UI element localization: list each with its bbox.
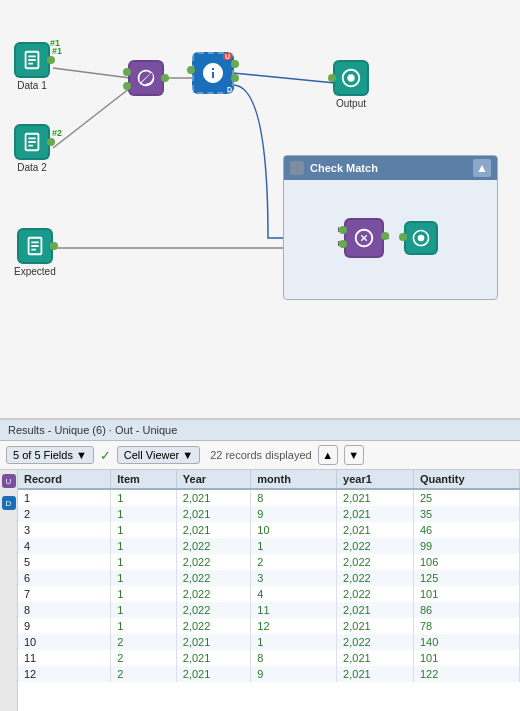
table-cell: 2,021 xyxy=(176,522,251,538)
viewer-dropdown-btn[interactable]: Cell Viewer ▼ xyxy=(117,446,200,464)
table-cell: 9 xyxy=(18,618,111,634)
table-cell: 2 xyxy=(111,650,177,666)
union-input2-port xyxy=(123,82,131,90)
table-cell: 140 xyxy=(413,634,519,650)
union-input1-port xyxy=(123,68,131,76)
check-match-title: Check Match xyxy=(310,162,378,174)
check-match-inner: L R R xyxy=(284,180,497,295)
check-inner-node[interactable]: L R R xyxy=(344,218,384,258)
table-row: 112,02182,02125 xyxy=(18,489,520,506)
data2-label: Data 2 xyxy=(17,162,46,173)
col-year1: year1 xyxy=(337,470,414,489)
table-header-row: Record Item Year month year1 Quantity xyxy=(18,470,520,489)
results-tab: Results - Unique (6) · Out - Unique xyxy=(0,420,520,441)
node-data2[interactable]: Data 2 xyxy=(14,124,50,173)
table-cell: 6 xyxy=(18,570,111,586)
table-cell: 1 xyxy=(111,522,177,538)
table-cell: 2,022 xyxy=(337,554,414,570)
check-output-node[interactable] xyxy=(404,221,438,255)
results-side: U D Record Item Year month year1 Quantit… xyxy=(0,470,520,711)
node-union[interactable] xyxy=(128,60,164,96)
side-icons: U D xyxy=(0,470,18,711)
data2-port-num: #2 xyxy=(52,128,62,138)
table-cell: 1 xyxy=(111,602,177,618)
table-cell: 2,021 xyxy=(176,666,251,682)
col-year: Year xyxy=(176,470,251,489)
viewer-label: Cell Viewer xyxy=(124,449,179,461)
formula-output2-port xyxy=(231,74,239,82)
node-output[interactable]: Output xyxy=(333,60,369,109)
table-cell: 2,022 xyxy=(176,602,251,618)
table-cell: 2,022 xyxy=(337,570,414,586)
table-cell: 122 xyxy=(413,666,519,682)
svg-point-7 xyxy=(417,234,424,241)
fields-dropdown-btn[interactable]: 5 of 5 Fields ▼ xyxy=(6,446,94,464)
formula-output1-port xyxy=(231,60,239,68)
table-row: 1122,02182,021101 xyxy=(18,650,520,666)
table-cell: 2,021 xyxy=(176,650,251,666)
table-cell: 2,022 xyxy=(176,618,251,634)
table-cell: 9 xyxy=(251,506,337,522)
table-row: 612,02232,022125 xyxy=(18,570,520,586)
table-row: 512,02222,022106 xyxy=(18,554,520,570)
check-output-input xyxy=(399,233,407,241)
table-cell: 12 xyxy=(18,666,111,682)
table-cell: 99 xyxy=(413,538,519,554)
scroll-up-btn[interactable]: ▲ xyxy=(318,445,338,465)
output-label: Output xyxy=(336,98,366,109)
table-cell: 8 xyxy=(251,489,337,506)
table-cell: 4 xyxy=(251,586,337,602)
check-match-header-icon xyxy=(290,161,304,175)
table-cell: 1 xyxy=(111,570,177,586)
workflow-canvas: #1 Data 1 #1 Data 2 #2 Expected xyxy=(0,0,520,420)
union-output-port xyxy=(161,74,169,82)
table-row: 1022,02112,022140 xyxy=(18,634,520,650)
table-cell: 1 xyxy=(111,554,177,570)
table-cell: 10 xyxy=(18,634,111,650)
table-cell: 2,022 xyxy=(176,538,251,554)
table-cell: 1 xyxy=(111,618,177,634)
table-cell: 3 xyxy=(18,522,111,538)
expected-label: Expected xyxy=(14,266,56,277)
table-cell: 2,021 xyxy=(337,506,414,522)
fields-dropdown-arrow: ▼ xyxy=(76,449,87,461)
table-cell: 4 xyxy=(18,538,111,554)
results-toolbar: 5 of 5 Fields ▼ ✓ Cell Viewer ▼ 22 recor… xyxy=(0,441,520,470)
svg-line-3 xyxy=(233,73,335,83)
node-data1[interactable]: #1 Data 1 xyxy=(14,42,50,91)
expected-output-port xyxy=(50,242,58,250)
table-cell: 2 xyxy=(18,506,111,522)
table-cell: 78 xyxy=(413,618,519,634)
table-cell: 11 xyxy=(18,650,111,666)
check-match-collapse-btn[interactable]: ▲ xyxy=(473,159,491,177)
data-table[interactable]: Record Item Year month year1 Quantity 11… xyxy=(18,470,520,711)
table-row: 1222,02192,021122 xyxy=(18,666,520,682)
table-cell: 106 xyxy=(413,554,519,570)
scroll-down-btn[interactable]: ▼ xyxy=(344,445,364,465)
table-row: 312,021102,02146 xyxy=(18,522,520,538)
table-cell: 10 xyxy=(251,522,337,538)
table-cell: 101 xyxy=(413,650,519,666)
data2-output-port xyxy=(47,138,55,146)
table-cell: 2,021 xyxy=(176,489,251,506)
table-row: 212,02192,02135 xyxy=(18,506,520,522)
table-row: 912,022122,02178 xyxy=(18,618,520,634)
output-icon xyxy=(333,60,369,96)
expected-icon xyxy=(17,228,53,264)
node-formula[interactable]: U D xyxy=(192,52,234,94)
data1-label: Data 1 xyxy=(17,80,46,91)
data1-icon xyxy=(14,42,50,78)
table-cell: 1 xyxy=(111,538,177,554)
check-inner-input1 xyxy=(339,226,347,234)
table-cell: 5 xyxy=(18,554,111,570)
formula-badge2: D xyxy=(227,86,232,93)
table-body: 112,02182,02125212,02192,02135312,021102… xyxy=(18,489,520,682)
check-inner-icon xyxy=(344,218,384,258)
check-icon: ✓ xyxy=(100,448,111,463)
table-cell: 1 xyxy=(18,489,111,506)
table-row: 712,02242,022101 xyxy=(18,586,520,602)
table-cell: 1 xyxy=(111,489,177,506)
table-cell: 2,021 xyxy=(337,666,414,682)
table-cell: 2,021 xyxy=(337,602,414,618)
node-expected[interactable]: Expected xyxy=(14,228,56,277)
